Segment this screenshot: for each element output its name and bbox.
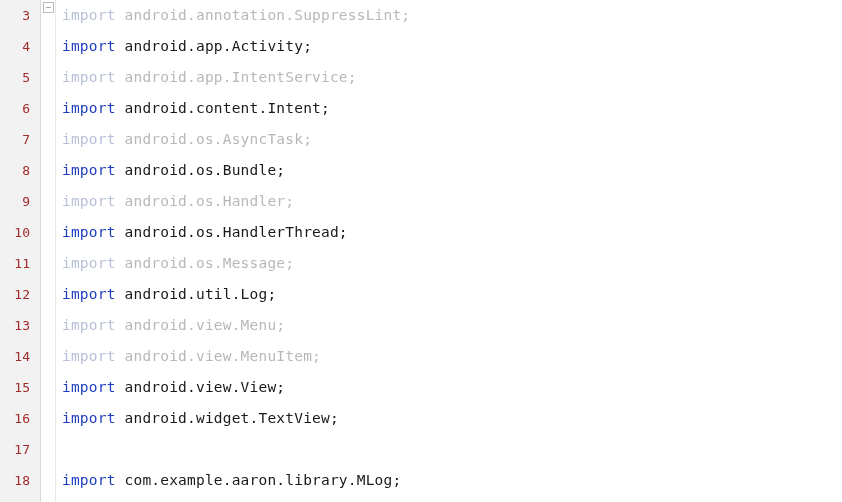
package-path: android.os.Bundle — [125, 162, 277, 178]
package-path: android.annotation.SuppressLint — [125, 7, 402, 23]
keyword: import — [62, 100, 116, 116]
semicolon: ; — [321, 100, 330, 116]
code-line[interactable] — [56, 496, 842, 502]
line-number: 4 — [0, 31, 40, 62]
code-line[interactable]: import android.os.Bundle; — [56, 155, 842, 186]
semicolon: ; — [285, 193, 294, 209]
line-number: 8 — [0, 155, 40, 186]
code-line[interactable]: import android.util.Log; — [56, 279, 842, 310]
line-number: 15 — [0, 372, 40, 403]
line-number: 10 — [0, 217, 40, 248]
keyword: import — [62, 131, 116, 147]
line-number: 5 — [0, 62, 40, 93]
code-line[interactable]: import android.os.HandlerThread; — [56, 217, 842, 248]
semicolon: ; — [303, 131, 312, 147]
package-path: android.util.Log — [125, 286, 268, 302]
keyword: import — [62, 193, 116, 209]
line-number: 18 — [0, 465, 40, 496]
package-path: android.view.MenuItem — [125, 348, 313, 364]
package-path: android.os.Message — [125, 255, 286, 271]
semicolon: ; — [401, 7, 410, 23]
code-area[interactable]: import android.annotation.SuppressLint;i… — [56, 0, 842, 502]
code-line[interactable]: import android.widget.TextView; — [56, 403, 842, 434]
code-line[interactable]: import android.annotation.SuppressLint; — [56, 0, 842, 31]
gutter: 345678910111213141516171819 — [0, 0, 41, 502]
package-path: android.os.HandlerThread — [125, 224, 339, 240]
package-path: com.example.aaron.library.MLog — [125, 472, 393, 488]
code-line[interactable] — [56, 434, 842, 465]
keyword: import — [62, 317, 116, 333]
code-line[interactable]: import android.app.Activity; — [56, 31, 842, 62]
code-line[interactable]: import android.content.Intent; — [56, 93, 842, 124]
line-number: 7 — [0, 124, 40, 155]
keyword: import — [62, 224, 116, 240]
package-path: android.content.Intent — [125, 100, 321, 116]
package-path: android.os.Handler — [125, 193, 286, 209]
semicolon: ; — [312, 348, 321, 364]
line-number: 12 — [0, 279, 40, 310]
keyword: import — [62, 162, 116, 178]
keyword: import — [62, 38, 116, 54]
keyword: import — [62, 348, 116, 364]
code-line[interactable]: import android.view.MenuItem; — [56, 341, 842, 372]
semicolon: ; — [339, 224, 348, 240]
package-path: android.widget.TextView — [125, 410, 330, 426]
line-number: 19 — [0, 496, 40, 502]
semicolon: ; — [348, 69, 357, 85]
package-path: android.app.Activity — [125, 38, 304, 54]
fold-toggle-icon[interactable]: − — [43, 2, 54, 13]
fold-column: − — [41, 0, 56, 502]
keyword: import — [62, 379, 116, 395]
code-line[interactable]: import android.os.Message; — [56, 248, 842, 279]
semicolon: ; — [276, 162, 285, 178]
keyword: import — [62, 69, 116, 85]
line-number: 13 — [0, 310, 40, 341]
code-editor: 345678910111213141516171819 − import and… — [0, 0, 842, 502]
line-number: 6 — [0, 93, 40, 124]
code-line[interactable]: import android.view.Menu; — [56, 310, 842, 341]
semicolon: ; — [267, 286, 276, 302]
line-number: 16 — [0, 403, 40, 434]
line-number: 17 — [0, 434, 40, 465]
code-line[interactable]: import android.os.AsyncTask; — [56, 124, 842, 155]
package-path: android.os.AsyncTask — [125, 131, 304, 147]
keyword: import — [62, 7, 116, 23]
code-line[interactable]: import android.os.Handler; — [56, 186, 842, 217]
line-number: 14 — [0, 341, 40, 372]
keyword: import — [62, 410, 116, 426]
line-number: 9 — [0, 186, 40, 217]
semicolon: ; — [276, 379, 285, 395]
code-line[interactable]: import com.example.aaron.library.MLog; — [56, 465, 842, 496]
keyword: import — [62, 472, 116, 488]
package-path: android.view.Menu — [125, 317, 277, 333]
line-number: 11 — [0, 248, 40, 279]
semicolon: ; — [330, 410, 339, 426]
code-line[interactable]: import android.view.View; — [56, 372, 842, 403]
package-path: android.view.View — [125, 379, 277, 395]
semicolon: ; — [392, 472, 401, 488]
package-path: android.app.IntentService — [125, 69, 348, 85]
semicolon: ; — [285, 255, 294, 271]
line-number: 3 — [0, 0, 40, 31]
semicolon: ; — [276, 317, 285, 333]
code-line[interactable]: import android.app.IntentService; — [56, 62, 842, 93]
keyword: import — [62, 286, 116, 302]
semicolon: ; — [303, 38, 312, 54]
keyword: import — [62, 255, 116, 271]
